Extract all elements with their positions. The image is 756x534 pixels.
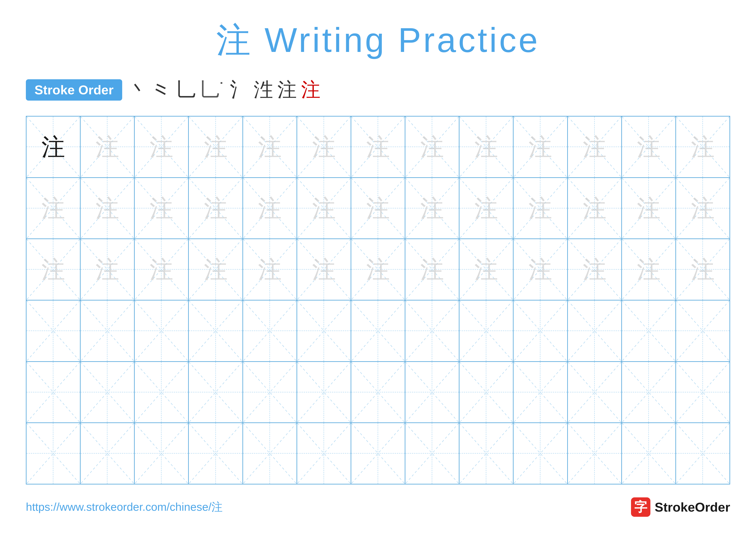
grid-cell-4-2[interactable] <box>81 300 135 361</box>
grid-cell-5-9[interactable] <box>459 362 514 423</box>
grid-cell-6-8[interactable] <box>405 423 459 484</box>
grid-cell-1-11[interactable]: 注 <box>568 116 622 177</box>
grid-cell-2-2[interactable]: 注 <box>81 178 135 239</box>
grid-cell-5-6[interactable] <box>297 362 351 423</box>
grid-cell-3-8[interactable]: 注 <box>405 239 459 300</box>
grid-cell-4-12[interactable] <box>622 300 676 361</box>
grid-cell-3-1[interactable]: 注 <box>27 239 81 300</box>
grid-cell-1-4[interactable]: 注 <box>189 116 243 177</box>
grid-cell-2-6[interactable]: 注 <box>297 178 351 239</box>
grid-row-5 <box>27 362 729 423</box>
grid-cell-2-10[interactable]: 注 <box>514 178 568 239</box>
grid-cell-1-7[interactable]: 注 <box>351 116 405 177</box>
svg-line-128 <box>676 362 729 423</box>
grid-cell-3-13[interactable]: 注 <box>676 239 729 300</box>
grid-cell-3-4[interactable]: 注 <box>189 239 243 300</box>
grid-cell-5-8[interactable] <box>405 362 459 423</box>
grid-cell-4-7[interactable] <box>351 300 405 361</box>
grid-cell-4-1[interactable] <box>27 300 81 361</box>
grid-cell-1-10[interactable]: 注 <box>514 116 568 177</box>
grid-cell-5-3[interactable] <box>135 362 189 423</box>
grid-cell-2-12[interactable]: 注 <box>622 178 676 239</box>
grid-cell-5-11[interactable] <box>568 362 622 423</box>
grid-cell-5-13[interactable] <box>676 362 729 423</box>
grid-cell-6-3[interactable] <box>135 423 189 484</box>
grid-cell-1-9[interactable]: 注 <box>459 116 514 177</box>
grid-cell-2-11[interactable]: 注 <box>568 178 622 239</box>
grid-row-3: 注 注 注 注 <box>27 239 729 300</box>
grid-cell-6-1[interactable] <box>27 423 81 484</box>
svg-line-122 <box>514 362 567 423</box>
svg-line-153 <box>622 423 675 484</box>
grid-cell-1-3[interactable]: 注 <box>135 116 189 177</box>
grid-cell-5-12[interactable] <box>622 362 676 423</box>
grid-cell-4-11[interactable] <box>568 300 622 361</box>
grid-cell-2-9[interactable]: 注 <box>459 178 514 239</box>
grid-cell-1-8[interactable]: 注 <box>405 116 459 177</box>
svg-line-140 <box>297 423 351 484</box>
grid-cell-6-13[interactable] <box>676 423 729 484</box>
grid-cell-6-2[interactable] <box>81 423 135 484</box>
grid-cell-2-8[interactable]: 注 <box>405 178 459 239</box>
grid-cell-5-5[interactable] <box>243 362 297 423</box>
grid-cell-6-11[interactable] <box>568 423 622 484</box>
grid-cell-1-2[interactable]: 注 <box>81 116 135 177</box>
grid-cell-6-6[interactable] <box>297 423 351 484</box>
grid-cell-4-8[interactable] <box>405 300 459 361</box>
svg-line-108 <box>135 362 188 423</box>
grid-cell-4-13[interactable] <box>676 300 729 361</box>
grid-cell-6-9[interactable] <box>459 423 514 484</box>
grid-cell-4-9[interactable] <box>459 300 514 361</box>
grid-cell-3-5[interactable]: 注 <box>243 239 297 300</box>
grid-cell-5-7[interactable] <box>351 362 405 423</box>
grid-cell-3-10[interactable]: 注 <box>514 239 568 300</box>
grid-cell-4-3[interactable] <box>135 300 189 361</box>
stroke-step-8: 注 <box>301 77 320 103</box>
grid-cell-6-12[interactable] <box>622 423 676 484</box>
grid-cell-1-12[interactable]: 注 <box>622 116 676 177</box>
svg-line-89 <box>297 300 351 361</box>
grid-row-6 <box>27 423 729 484</box>
grid-cell-5-4[interactable] <box>189 362 243 423</box>
grid-cell-4-6[interactable] <box>297 300 351 361</box>
grid-cell-3-12[interactable]: 注 <box>622 239 676 300</box>
grid-cell-4-10[interactable] <box>514 300 568 361</box>
grid-cell-3-6[interactable]: 注 <box>297 239 351 300</box>
svg-line-145 <box>405 423 459 484</box>
footer-url[interactable]: https://www.strokeorder.com/chinese/注 <box>26 499 223 515</box>
grid-cell-2-3[interactable]: 注 <box>135 178 189 239</box>
grid-cell-3-2[interactable]: 注 <box>81 239 135 300</box>
grid-cell-1-6[interactable]: 注 <box>297 116 351 177</box>
footer: https://www.strokeorder.com/chinese/注 字 … <box>26 497 730 517</box>
grid-cell-2-1[interactable]: 注 <box>27 178 81 239</box>
grid-cell-5-2[interactable] <box>81 362 135 423</box>
grid-cell-3-3[interactable]: 注 <box>135 239 189 300</box>
grid-cell-5-1[interactable] <box>27 362 81 423</box>
svg-line-94 <box>459 300 513 361</box>
svg-line-92 <box>405 300 459 361</box>
svg-line-86 <box>243 300 297 361</box>
grid-cell-2-5[interactable]: 注 <box>243 178 297 239</box>
practice-grid: 注 注 注 注 <box>26 116 730 484</box>
grid-cell-6-4[interactable] <box>189 423 243 484</box>
grid-cell-2-13[interactable]: 注 <box>676 178 729 239</box>
grid-cell-2-7[interactable]: 注 <box>351 178 405 239</box>
svg-line-96 <box>514 300 567 361</box>
grid-cell-5-10[interactable] <box>514 362 568 423</box>
grid-cell-4-4[interactable] <box>189 300 243 361</box>
grid-cell-1-5[interactable]: 注 <box>243 116 297 177</box>
svg-line-106 <box>81 362 134 423</box>
grid-cell-6-7[interactable] <box>351 423 405 484</box>
svg-line-123 <box>514 362 567 423</box>
grid-cell-2-4[interactable]: 注 <box>189 178 243 239</box>
grid-cell-3-7[interactable]: 注 <box>351 239 405 300</box>
grid-cell-3-11[interactable]: 注 <box>568 239 622 300</box>
grid-cell-6-5[interactable] <box>243 423 297 484</box>
grid-cell-1-13[interactable]: 注 <box>676 116 729 177</box>
grid-cell-1-1[interactable]: 注 <box>27 116 81 177</box>
stroke-order-row: Stroke Order 丶 ⺀ ⺃ ⺃˙ 氵 泩 注 注 <box>26 77 730 103</box>
grid-cell-3-9[interactable]: 注 <box>459 239 514 300</box>
grid-cell-6-10[interactable] <box>514 423 568 484</box>
grid-cell-4-5[interactable] <box>243 300 297 361</box>
svg-line-120 <box>459 362 513 423</box>
